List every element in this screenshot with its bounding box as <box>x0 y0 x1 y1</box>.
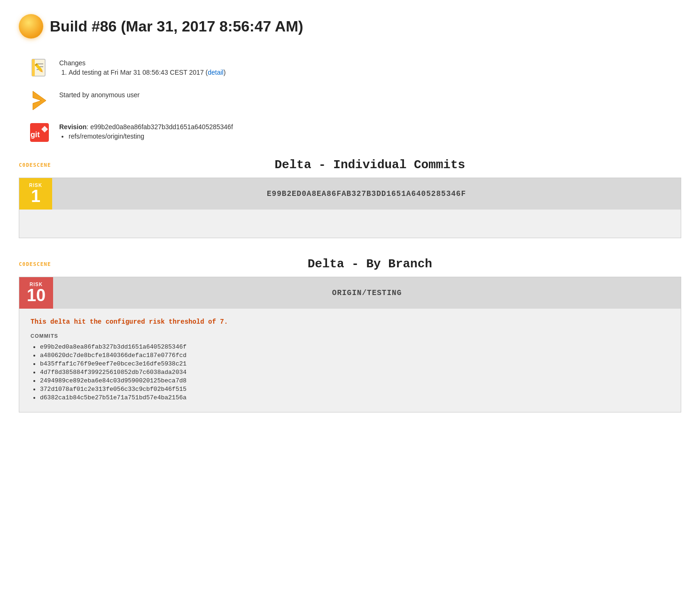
commit-item-6: d6382ca1b84c5be27b51e71a751bd57e4ba2156a <box>40 394 669 401</box>
delta-branch-header: C0DESCENE Delta - By Branch <box>19 257 681 271</box>
commits-list: e99b2ed0a8ea86fab327b3dd1651a6405285346f… <box>31 343 669 401</box>
changes-label: Changes <box>59 59 226 67</box>
delta-branch-title: Delta - By Branch <box>59 257 681 271</box>
detail-link[interactable]: detail <box>208 69 223 76</box>
build-header: Build #86 (Mar 31, 2017 8:56:47 AM) <box>19 14 681 39</box>
revision-content: Revision: e99b2ed0a8ea86fab327b3dd1651a6… <box>59 121 233 140</box>
risk-card-2: RISK 10 ORIGIN/TESTING This delta hit th… <box>19 277 681 412</box>
revision-colon: : <box>86 123 90 131</box>
risk-header-2: RISK 10 ORIGIN/TESTING <box>19 277 681 309</box>
commit-item-0: e99b2ed0a8ea86fab327b3dd1651a6405285346f <box>40 343 669 350</box>
info-section: Changes Add testing at Fri Mar 31 08:56:… <box>28 57 681 144</box>
changes-content: Changes Add testing at Fri Mar 31 08:56:… <box>59 57 226 76</box>
delta-branch-section: C0DESCENE Delta - By Branch RISK 10 ORIG… <box>19 257 681 412</box>
svg-marker-8 <box>33 91 46 110</box>
commits-label: COMMITS <box>31 333 669 339</box>
svg-rect-1 <box>32 59 35 76</box>
codescene-logo-1: C0DESCENE <box>19 162 51 168</box>
changes-list: Add testing at Fri Mar 31 08:56:43 CEST … <box>59 69 226 76</box>
commit-item-3: 4d7f8d385884f399225610852db7c6038ada2034 <box>40 369 669 376</box>
risk-badge-2: RISK 10 <box>19 277 53 309</box>
refs-list: refs/remotes/origin/testing <box>59 132 233 140</box>
risk-commit-id-1: E99B2ED0A8EA86FAB327B3DD1651A6405285346F <box>52 178 681 210</box>
risk-card-1: RISK 1 E99B2ED0A8EA86FAB327B3DD1651A6405… <box>19 178 681 238</box>
ref-item: refs/remotes/origin/testing <box>69 132 233 140</box>
change-item: Add testing at Fri Mar 31 08:56:43 CEST … <box>69 69 226 76</box>
started-by-text: Started by anonymous user <box>59 91 140 99</box>
started-by-content: Started by anonymous user <box>59 89 140 99</box>
risk-number-1: 1 <box>31 188 40 205</box>
revision-label: Revision: e99b2ed0a8ea86fab327b3dd1651a6… <box>59 123 233 131</box>
git-icon: git <box>28 121 51 144</box>
build-status-icon <box>19 14 43 39</box>
threshold-message: This delta hit the configured risk thres… <box>31 318 669 326</box>
person-icon <box>28 89 51 112</box>
codescene-logo-2: C0DESCENE <box>19 261 51 267</box>
build-title: Build #86 (Mar 31, 2017 8:56:47 AM) <box>50 18 303 35</box>
commit-item-1: a480620dc7de8bcfe1840366defac187e0776fcd <box>40 352 669 359</box>
notebook-icon <box>28 57 51 80</box>
change-text: Add testing at Fri Mar 31 08:56:43 CEST … <box>69 69 208 76</box>
risk-body-1 <box>19 210 681 238</box>
delta-individual-section: C0DESCENE Delta - Individual Commits RIS… <box>19 158 681 238</box>
commit-item-4: 2494989ce892eba6e84c03d9590020125beca7d8 <box>40 377 669 384</box>
page-container: Build #86 (Mar 31, 2017 8:56:47 AM) <box>0 0 700 445</box>
commit-item-2: b435ffaf1c76f9e9eef7e0bcec3e16dfe5938c21 <box>40 360 669 367</box>
risk-number-2: 10 <box>27 287 46 304</box>
started-by-row: Started by anonymous user <box>28 89 681 112</box>
revision-row: git Revision: e99b2ed0a8ea86fab327b3dd16… <box>28 121 681 144</box>
risk-body-2: This delta hit the configured risk thres… <box>19 309 681 412</box>
commit-item-5: 372d1078af01c2e313fe056c33c9cbf02b46f515 <box>40 386 669 393</box>
revision-label-text: Revision <box>59 123 86 131</box>
svg-text:git: git <box>31 131 40 139</box>
delta-individual-title: Delta - Individual Commits <box>59 158 681 172</box>
revision-value: e99b2ed0a8ea86fab327b3dd1651a6405285346f <box>90 123 233 131</box>
risk-header-1: RISK 1 E99B2ED0A8EA86FAB327B3DD1651A6405… <box>19 178 681 210</box>
changes-row: Changes Add testing at Fri Mar 31 08:56:… <box>28 57 681 80</box>
risk-badge-1: RISK 1 <box>19 178 52 210</box>
delta-individual-header: C0DESCENE Delta - Individual Commits <box>19 158 681 172</box>
risk-branch-name: ORIGIN/TESTING <box>53 277 681 309</box>
change-suffix: ) <box>224 69 226 76</box>
